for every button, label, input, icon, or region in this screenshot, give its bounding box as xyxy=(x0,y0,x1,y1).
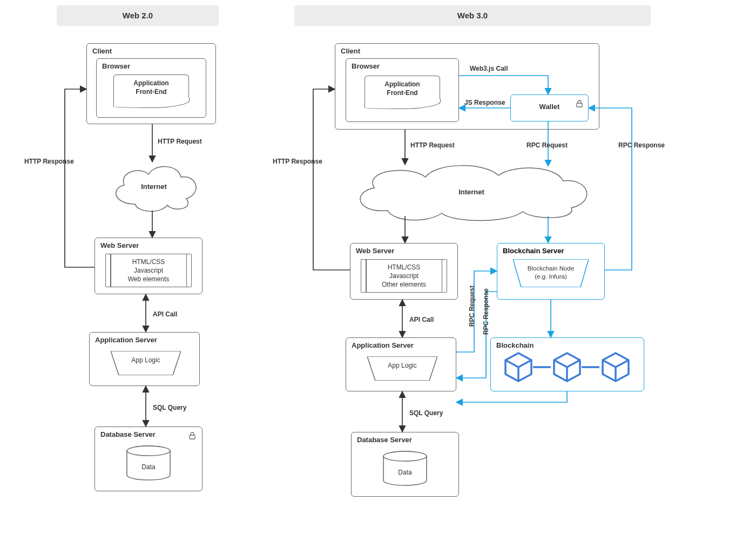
w3-ws-l2: Javascript xyxy=(389,272,418,280)
w2-dbserver-title: Database Server xyxy=(100,430,156,438)
w3-sql-label: SQL Query xyxy=(409,409,443,417)
svg-rect-4 xyxy=(577,103,582,107)
blockchain-icon xyxy=(502,351,632,383)
w3-rpc-res-label: RPC Response xyxy=(618,141,665,149)
w2-webserver-inner: HTML/CSS Javascript Web elements xyxy=(105,254,192,287)
w3-frontend-l2: Front-End xyxy=(387,89,417,97)
w3-applogic-label: App Logic xyxy=(367,356,437,370)
svg-point-3 xyxy=(127,446,170,456)
w2-webserver-title: Web Server xyxy=(100,241,139,249)
w2-http-res-label: HTTP Response xyxy=(24,158,74,165)
w2-frontend-doc: Application Front-End xyxy=(113,75,189,103)
w3-api-label: API Call xyxy=(409,316,434,323)
w3-http-req-label: HTTP Request xyxy=(410,141,455,149)
w2-ws-l2: Javascript xyxy=(134,267,163,274)
w2-applogic-label: App Logic xyxy=(111,351,181,365)
w2-db-cyl: Data xyxy=(122,445,176,481)
w2-ws-l3: Web elements xyxy=(128,275,169,283)
svg-rect-1 xyxy=(190,435,195,439)
w2-internet-label: Internet xyxy=(108,161,200,212)
w3-webserver-title: Web Server xyxy=(356,247,394,255)
w2-api-label: API Call xyxy=(153,310,177,318)
w2-internet-cloud: Internet xyxy=(108,161,200,212)
w3-ws-l3: Other elements xyxy=(382,281,426,288)
header-web2-label: Web 2.0 xyxy=(123,11,153,20)
w3-bc-title: Blockchain xyxy=(496,341,534,349)
w2-frontend-l2: Front-End xyxy=(136,88,166,96)
w3-http-res-label: HTTP Response xyxy=(273,158,322,165)
w3-applogic-trap: App Logic xyxy=(367,356,437,381)
w3-bcnode-l1: Blockchain Node xyxy=(528,265,574,272)
w3-wallet-box: Wallet xyxy=(510,94,589,121)
w2-applogic-trap: App Logic xyxy=(111,351,181,375)
header-web2: Web 2.0 xyxy=(57,5,219,26)
diagram-canvas: Web 2.0 Web 3.0 Client Browser Applicati… xyxy=(0,0,756,548)
w3-jsres-label: JS Response xyxy=(464,99,505,106)
w3-data-label: Data xyxy=(378,469,432,476)
w2-ws-l1: HTML/CSS xyxy=(132,258,165,266)
header-web3-label: Web 3.0 xyxy=(457,11,488,20)
w2-browser-title: Browser xyxy=(102,62,130,70)
w3-appserver-title: Application Server xyxy=(352,341,414,349)
w3-internet-cloud: Internet xyxy=(350,162,593,221)
w2-sql-label: SQL Query xyxy=(153,404,186,411)
w3-dbserver-title: Database Server xyxy=(357,436,412,444)
w3-client-title: Client xyxy=(341,47,360,55)
lock-icon xyxy=(188,431,197,440)
w3-rpc-req-label: RPC Request xyxy=(526,141,568,149)
w2-data-label: Data xyxy=(122,463,176,471)
w3-browser-title: Browser xyxy=(352,62,380,70)
w3-webserver-inner: HTML/CSS Javascript Other elements xyxy=(361,259,447,293)
w3-bcnode-l2: (e.g. Infura) xyxy=(535,273,566,280)
w2-http-req-label: HTTP Request xyxy=(158,138,202,145)
w3-frontend-doc: Application Front-End xyxy=(364,76,440,104)
w3-db-cyl: Data xyxy=(378,451,432,486)
header-web3: Web 3.0 xyxy=(294,5,651,26)
w3-rpc-req2-label: RPC Request xyxy=(468,286,476,327)
w3-frontend-l1: Application xyxy=(384,80,420,88)
w3-wallet-label: Wallet xyxy=(539,103,560,111)
w3-bcserver-title: Blockchain Server xyxy=(503,247,564,255)
w2-appserver-title: Application Server xyxy=(95,336,157,344)
w3-internet-label: Internet xyxy=(350,162,593,221)
w2-client-title: Client xyxy=(92,47,112,55)
svg-point-16 xyxy=(383,451,427,461)
w3-web3js-label: Web3.js Call xyxy=(470,65,508,72)
w3-rpc-res2-label: RPC Response xyxy=(482,288,490,335)
lock-icon xyxy=(575,99,584,108)
w3-bcnode-trap: Blockchain Node (e.g. Infura) xyxy=(513,259,589,287)
w2-frontend-l1: Application xyxy=(133,79,168,87)
w3-ws-l1: HTML/CSS xyxy=(388,263,421,271)
